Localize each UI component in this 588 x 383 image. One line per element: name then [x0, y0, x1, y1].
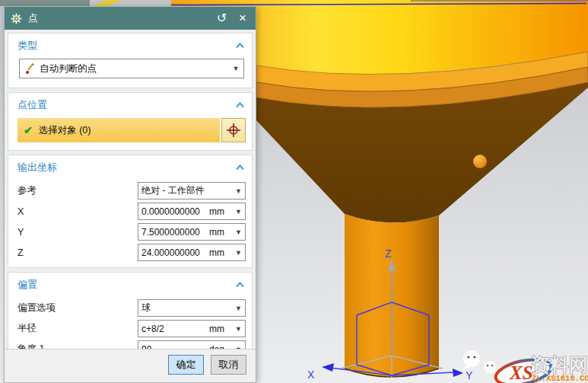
top-strip-green: [0, 0, 90, 6]
point-dialog-button[interactable]: [221, 118, 246, 142]
section-point-location-header[interactable]: 点位置: [17, 96, 246, 116]
section-point-location: 点位置 ✔ 选择对象 (0): [8, 92, 253, 151]
x-axis-label: X: [307, 369, 315, 381]
dialog-footer: 确定 取消: [5, 349, 256, 382]
collapse-chevron-icon[interactable]: [236, 102, 244, 108]
chevron-down-icon: ▼: [232, 305, 245, 312]
section-type: 类型 自动判断的点 ▼: [8, 33, 253, 88]
y-coord-value[interactable]: 7.5000000000: [138, 227, 209, 238]
offset-option-dropdown[interactable]: 球 ▼: [138, 299, 246, 317]
radius-value[interactable]: c+8/2: [138, 324, 209, 334]
x-coord-label: X: [17, 206, 138, 217]
collapse-chevron-icon[interactable]: [236, 282, 244, 288]
x-coord-unit[interactable]: mm: [209, 206, 232, 217]
radius-field[interactable]: c+8/2 mm ▼: [138, 320, 246, 337]
point-type-dropdown[interactable]: 自动判断的点 ▼: [19, 59, 244, 78]
select-object-bar[interactable]: ✔ 选择对象 (0): [17, 118, 220, 142]
collapse-chevron-icon[interactable]: [236, 43, 244, 49]
offset-option-label: 偏置选项: [17, 302, 138, 314]
point-type-value: 自动判断的点: [40, 62, 228, 75]
gear-icon: [11, 13, 22, 24]
section-offset-header[interactable]: 偏置: [17, 276, 246, 296]
dialog-body: 类型 自动判断的点 ▼: [5, 30, 256, 349]
crosshair-icon: [226, 123, 241, 138]
section-offset-label: 偏置: [17, 278, 37, 292]
select-object-label: 选择对象 (0): [39, 124, 91, 137]
ok-button[interactable]: 确定: [168, 355, 204, 375]
collapse-chevron-icon[interactable]: [236, 164, 244, 171]
radius-unit[interactable]: mm: [209, 324, 232, 334]
cancel-button[interactable]: 取消: [211, 355, 246, 375]
reference-value: 绝对 - 工作部件: [138, 184, 232, 197]
xs-logo-text: XS: [509, 362, 533, 383]
x-coord-value[interactable]: 0.0000000000: [138, 206, 209, 217]
x-coord-field[interactable]: 0.0000000000 mm ▼: [138, 203, 246, 220]
inferred-point-icon: [20, 63, 40, 74]
section-type-header[interactable]: 类型: [17, 37, 246, 57]
reference-dropdown[interactable]: 绝对 - 工作部件 ▼: [138, 182, 246, 199]
reset-icon[interactable]: ↺: [214, 12, 230, 24]
section-output-coords-label: 输出坐标: [17, 161, 57, 174]
chevron-down-icon: ▼: [232, 228, 245, 236]
wechat-icon-small: [484, 361, 496, 373]
checkmark-icon: ✔: [24, 124, 33, 136]
chevron-down-icon: ▼: [232, 208, 245, 215]
cancel-button-label: 取消: [219, 358, 239, 372]
y-axis-label: Y: [466, 369, 473, 381]
z-coord-label: Z: [17, 247, 138, 258]
section-type-label: 类型: [17, 39, 37, 53]
dialog-titlebar[interactable]: 点 ↺ ×: [5, 7, 256, 30]
application-window: Z X Y XS 资料网 ZL.XS1616.COM: [0, 0, 588, 383]
section-offset: 偏置 偏置选项 球 ▼ 半径 c+8/2 mm: [8, 272, 253, 349]
chevron-down-icon: ▼: [228, 65, 243, 72]
angle1-label: 角度 1: [17, 343, 138, 349]
radius-label: 半径: [17, 322, 138, 335]
watermark-url: ZL.XS1616.COM: [532, 374, 588, 383]
ok-button-label: 确定: [176, 358, 196, 372]
point-dialog: 点 ↺ × 类型: [4, 6, 256, 383]
z-axis-label: Z: [385, 247, 392, 260]
section-output-coords-header[interactable]: 输出坐标: [17, 158, 246, 179]
section-output-coords: 输出坐标 参考 绝对 - 工作部件 ▼ X 0.0000000000: [8, 155, 253, 268]
reference-label: 参考: [17, 184, 138, 197]
close-icon[interactable]: ×: [236, 12, 250, 24]
y-coord-field[interactable]: 7.5000000000 mm ▼: [138, 223, 246, 241]
wechat-icon: [463, 350, 480, 367]
chevron-down-icon: ▼: [232, 187, 245, 195]
z-coord-value[interactable]: 24.000000000: [138, 247, 209, 258]
offset-option-value: 球: [138, 302, 232, 314]
point-sphere[interactable]: [473, 155, 487, 168]
watermark-brand: 资料网: [531, 354, 588, 375]
chevron-down-icon: ▼: [232, 249, 245, 257]
angle1-field[interactable]: 90 deg ▼: [138, 340, 246, 349]
section-point-location-label: 点位置: [17, 98, 47, 112]
y-coord-unit[interactable]: mm: [209, 227, 232, 238]
dialog-title: 点: [28, 11, 38, 25]
y-coord-label: Y: [17, 227, 138, 238]
z-coord-unit[interactable]: mm: [209, 247, 232, 258]
z-coord-field[interactable]: 24.000000000 mm ▼: [138, 244, 246, 261]
chevron-down-icon: ▼: [232, 325, 245, 333]
